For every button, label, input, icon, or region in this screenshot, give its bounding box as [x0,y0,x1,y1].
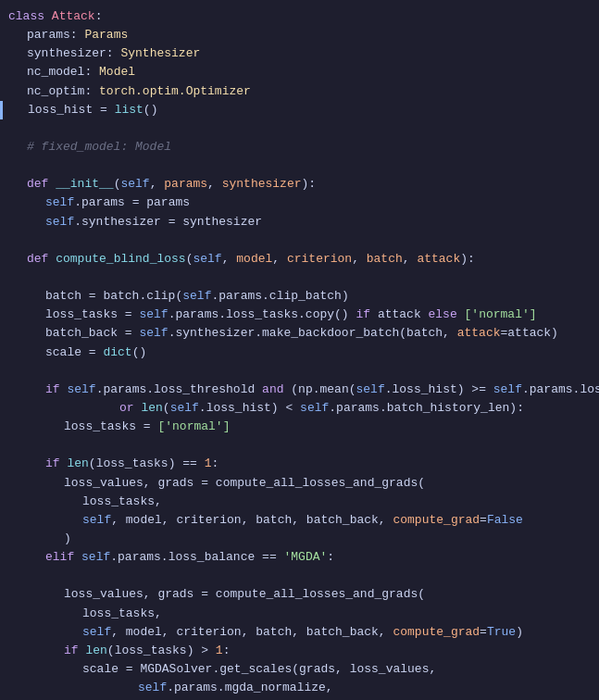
token-normal: batch = batch.clip( [45,289,182,303]
token-normal: ( [163,401,170,415]
token-kw2: self [170,401,199,415]
token-normal: loss_tasks, [82,606,162,620]
token-normal: .params.loss_tasks.copy() [168,307,356,321]
line-content: class Attack: [3,7,599,26]
line-content: ) [3,530,599,548]
token-normal [457,307,465,321]
token-kw2: self [45,215,74,229]
code-line [0,156,599,175]
code-line [0,567,599,585]
token-kw2: self [493,382,522,396]
token-normal: (loss_tasks) > [107,644,216,657]
token-kw2: self [120,177,149,191]
token-attr: params [27,28,70,42]
line-content: self.params.mgda_normalize, [3,679,599,697]
token-kw2: True [487,625,516,639]
line-content: if len(loss_tasks) == 1: [3,455,599,473]
token-normal: () [144,103,158,117]
token-normal [74,550,81,564]
line-content: scale = dict() [3,344,599,362]
token-normal: batch_back = [45,326,139,340]
token-type-hint: Model [99,65,135,79]
line-content: elif self.params.loss_balance == 'MGDA': [3,548,599,567]
code-line: synthesizer: Synthesizer [0,44,599,63]
token-num: 1 [216,644,223,657]
code-editor: class Attack:params: Paramssynthesizer: … [0,0,599,700]
token-normal: : [84,84,99,98]
token-normal: : [84,65,99,79]
code-line: elif self.params.loss_balance == 'MGDA': [0,548,599,567]
token-normal: : [106,46,121,60]
token-normal: , [207,177,222,191]
code-line: batch = batch.clip(self.params.clip_batc… [0,287,599,306]
line-content [3,269,599,287]
token-normal: : [223,644,231,657]
code-line: nc_optim: torch.optim.Optimizer [0,82,599,101]
token-normal: , [272,252,287,266]
line-content [3,436,599,455]
line-content: batch_back = self.synthesizer.make_backd… [3,324,599,343]
token-normal: : [70,28,85,42]
code-line: # fixed_model: Model [0,138,599,156]
token-kw2: self [82,513,111,527]
token-normal: ): [460,252,475,266]
token-kw: if [45,456,60,470]
token-kw: class [8,9,44,23]
token-param: attack [417,252,460,266]
line-content: loss_hist = list() [4,101,599,119]
token-normal: = [480,513,487,527]
line-content: self, model, criterion, batch, batch_bac… [3,511,599,530]
token-fn: __init__ [56,177,113,191]
token-normal: : [327,550,334,564]
line-content: def compute_blind_loss(self, model, crit… [3,250,599,269]
code-line: def __init__(self, params, synthesizer): [0,175,599,194]
token-normal: loss_values, grads = compute_all_losses_… [64,587,425,601]
token-str: ['normal'] [157,419,230,433]
token-str: 'MGDA' [283,550,327,564]
token-normal: loss_tasks = [64,419,157,433]
token-type-hint: torch.optim.Optimizer [99,84,251,98]
line-content: params: Params [3,26,599,44]
line-content: # fixed_model: Model [3,138,599,156]
code-line [0,231,599,250]
code-line: self.params.mgda_normalize, [0,679,599,697]
line-content [3,156,599,175]
line-content [3,119,599,138]
line-content: self, model, criterion, batch, batch_bac… [3,623,599,642]
token-normal: scale = [45,345,103,359]
token-kw: def [27,177,48,191]
token-param: compute_grad [393,513,480,527]
line-content: if len(loss_tasks) > 1: [3,642,599,660]
token-builtin: dict [103,345,131,359]
token-normal: ): [302,177,317,191]
line-content: scale = MGDASolver.get_scales(grads, los… [3,660,599,679]
token-cm: # fixed_model: Model [27,140,171,154]
line-content: loss_tasks = ['normal'] [3,418,599,436]
code-line: scale = dict() [0,344,599,362]
token-builtin: len [67,456,88,470]
token-fn: compute_blind_loss [56,252,185,266]
token-normal: scale = MGDASolver.get_scales(grads, los… [82,662,436,676]
code-line: class Attack: [0,7,599,26]
code-line: loss_hist = list() [0,101,599,119]
token-normal: ) [516,625,523,639]
token-kw2: self [356,382,385,396]
token-normal: .params = params [74,195,190,209]
line-content: nc_model: Model [3,63,599,81]
token-cls: Attack [52,9,95,23]
code-line [0,362,599,381]
token-param: model [236,252,272,266]
token-builtin: len [141,401,162,415]
code-line: if self.params.loss_threshold and (np.me… [0,381,599,399]
token-param: batch [367,252,403,266]
token-normal: , model, criterion, batch, batch_back, [111,625,393,639]
line-content: or len(self.loss_hist) < self.params.bat… [3,399,599,418]
token-kw2: self [182,289,211,303]
code-line [0,119,599,138]
token-builtin: list [115,103,144,117]
token-normal: .loss_hist) >= [385,382,493,396]
code-line: batch_back = self.synthesizer.make_backd… [0,324,599,343]
token-normal: .params.loss_balance == [110,550,283,564]
token-logic: and [262,382,283,396]
token-normal: = [480,625,487,639]
